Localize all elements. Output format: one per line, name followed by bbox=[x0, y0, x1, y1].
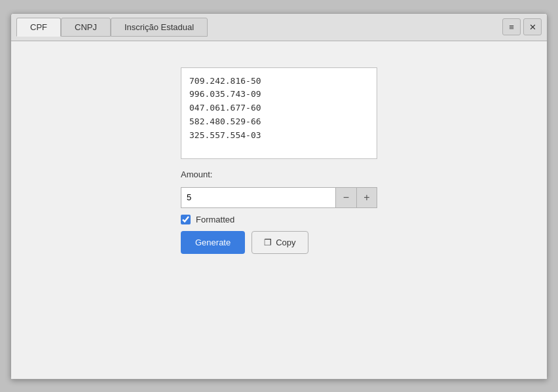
content-area: Amount: − + Formatted Generate ❐ Copy bbox=[11, 41, 547, 379]
tab-cnpj[interactable]: CNPJ bbox=[61, 18, 111, 37]
formatted-label: Formatted bbox=[196, 215, 234, 224]
output-textarea[interactable] bbox=[181, 67, 377, 159]
tab-cpf[interactable]: CPF bbox=[16, 18, 61, 37]
generate-button[interactable]: Generate bbox=[181, 231, 245, 254]
amount-row: − + bbox=[181, 187, 377, 208]
tab-bar: CPF CNPJ Inscrição Estadual bbox=[16, 18, 494, 37]
titlebar-controls: ≡ ✕ bbox=[502, 18, 542, 35]
copy-button[interactable]: ❐ Copy bbox=[251, 231, 308, 254]
formatted-checkbox[interactable] bbox=[181, 215, 191, 224]
decrement-button[interactable]: − bbox=[335, 187, 356, 208]
amount-input[interactable] bbox=[181, 187, 335, 208]
tab-inscricao[interactable]: Inscrição Estadual bbox=[111, 18, 208, 37]
increment-button[interactable]: + bbox=[356, 187, 377, 208]
close-button[interactable]: ✕ bbox=[523, 18, 542, 35]
amount-label: Amount: bbox=[181, 169, 377, 179]
titlebar: CPF CNPJ Inscrição Estadual ≡ ✕ bbox=[11, 14, 547, 41]
controls-panel: Amount: − + Formatted Generate ❐ Copy bbox=[181, 169, 377, 254]
menu-button[interactable]: ≡ bbox=[502, 18, 521, 35]
copy-icon: ❐ bbox=[264, 238, 272, 247]
formatted-row: Formatted bbox=[181, 215, 377, 224]
copy-label: Copy bbox=[276, 238, 295, 247]
main-window: CPF CNPJ Inscrição Estadual ≡ ✕ Amount: … bbox=[10, 13, 548, 380]
buttons-row: Generate ❐ Copy bbox=[181, 231, 377, 254]
